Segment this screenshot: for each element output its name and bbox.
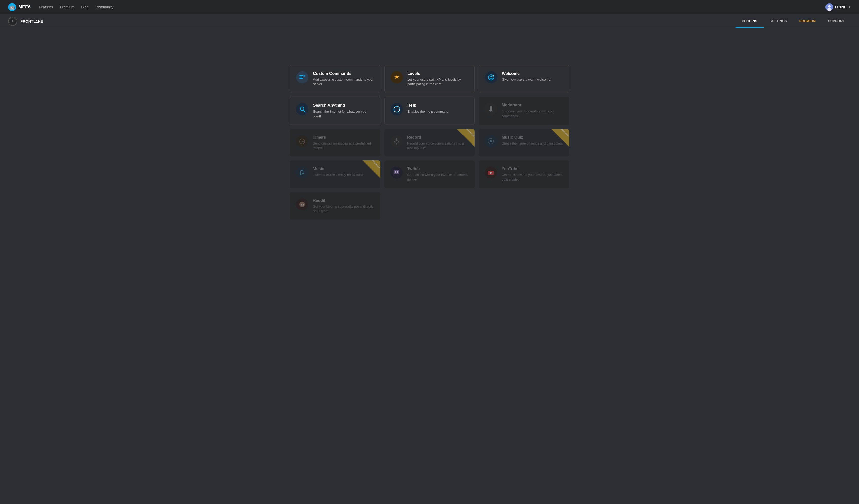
plugin-name-custom-commands: Custom Commands [313,71,374,76]
plugin-icon-music [296,167,308,179]
tab-settings[interactable]: SETTINGS [764,14,793,28]
plugin-info-twitch: Twitch Get notified when your favorite s… [407,167,469,182]
plugin-name-moderator: Moderator [501,103,563,108]
plugin-card-help[interactable]: Help Enables the !help command [384,97,475,125]
nav-link-premium[interactable]: Premium [60,5,74,9]
premium-ribbon [362,160,380,178]
plugin-desc-custom-commands: Add awesome custom commands to your serv… [313,77,374,86]
plugin-icon-youtube [485,167,497,179]
svg-point-30 [491,141,492,141]
svg-text:!: ! [304,75,305,77]
svg-rect-26 [396,138,397,141]
svg-rect-7 [299,77,302,77]
svg-rect-19 [490,107,492,110]
server-tabs: PLUGINS SETTINGS PREMIUM SUPPORT [736,14,851,28]
plugin-card-moderator[interactable]: Moderator Empower your moderators with c… [479,97,569,125]
plugin-desc-moderator: Empower your moderators with cool comman… [501,109,563,118]
plugin-icon-custom-commands: ! [296,71,308,83]
tab-plugins[interactable]: PLUGINS [736,14,763,28]
user-menu[interactable]: FL1NE ▼ [826,3,851,11]
svg-text:YO: YO [492,75,494,77]
svg-rect-20 [489,110,493,111]
plugin-card-custom-commands[interactable]: ! Custom Commands Add awesome custom com… [290,65,380,93]
plugin-name-search-anything: Search Anything [313,103,374,108]
svg-rect-33 [394,170,399,174]
plugin-card-youtube[interactable]: YouTube Get notified when your favorite … [479,160,569,188]
plugin-icon-welcome: YO [485,71,497,83]
server-icon: F [8,17,17,26]
plugin-info-welcome: Welcome Give new users a warm welcome! [502,71,563,82]
username: FL1NE [835,5,846,9]
plugin-desc-levels: Let your users gain XP and levels by par… [407,77,468,86]
svg-point-40 [303,204,304,205]
svg-point-1 [828,5,831,7]
svg-point-21 [491,111,492,112]
svg-line-16 [303,110,305,112]
plugin-name-levels: Levels [407,71,468,76]
plugin-icon-music-quiz [485,135,497,147]
plugin-info-moderator: Moderator Empower your moderators with c… [501,103,563,118]
plugin-name-reddit: Reddit [313,198,374,203]
tab-premium[interactable]: PREMIUM [793,14,822,28]
plugin-name-help: Help [407,103,468,108]
plugin-card-levels[interactable]: Levels Let your users gain XP and levels… [384,65,475,93]
plugin-card-search-anything[interactable]: Search Anything Search the Internet for … [290,97,380,125]
chevron-down-icon: ▼ [848,5,851,9]
plugin-desc-youtube: Get notified when your favorite youtuber… [501,173,563,182]
plugin-card-welcome[interactable]: YO Welcome Give new users a warm welcome… [479,65,569,93]
plugin-desc-reddit: Get your favorite subreddits posts direc… [313,204,374,214]
plugin-icon-moderator [485,103,497,115]
nav-link-community[interactable]: Community [95,5,114,9]
logo-text: MEE6 [18,4,31,10]
plugin-info-levels: Levels Let your users gain XP and levels… [407,71,468,86]
svg-point-25 [302,141,303,142]
plugin-card-music[interactable]: PREMIUM Music Listen to music directly o… [290,160,380,188]
plugin-info-help: Help Enables the !help command [407,103,468,114]
plugins-grid: ! Custom Commands Add awesome custom com… [290,65,569,220]
svg-rect-35 [397,171,398,173]
plugin-card-music-quiz[interactable]: PREMIUM Music Quiz Guess the name of son… [479,129,569,156]
plugin-info-search-anything: Search Anything Search the Internet for … [313,103,374,119]
plugin-icon-search-anything [296,103,308,115]
svg-rect-8 [299,78,303,79]
plugin-icon-record [390,135,403,147]
nav-link-blog[interactable]: Blog [81,5,88,9]
plugin-info-timers: Timers Send custom messages at a predefi… [313,135,374,150]
plugin-name-youtube: YouTube [501,167,563,171]
nav-link-features[interactable]: Features [39,5,53,9]
plugin-icon-levels [391,71,403,83]
plugin-name-twitch: Twitch [407,167,469,171]
plugin-icon-twitch [390,167,403,179]
premium-ribbon [457,129,475,147]
plugin-desc-search-anything: Search the Internet for whatever you wan… [313,109,374,119]
logo-icon: 🤖 [8,3,16,11]
svg-point-32 [302,173,304,174]
server-info: F FRONTL1NE [8,17,43,26]
svg-point-18 [394,107,400,112]
plugin-info-custom-commands: Custom Commands Add awesome custom comma… [313,71,374,86]
plugin-desc-twitch: Get notified when your favorite streamer… [407,173,469,182]
tab-support[interactable]: SUPPORT [822,14,851,28]
plugin-info-reddit: Reddit Get your favorite subreddits post… [313,198,374,214]
plugin-desc-help: Enables the !help command [407,109,468,114]
plugin-icon-reddit [296,198,308,210]
plugin-card-timers[interactable]: Timers Send custom messages at a predefi… [290,129,380,156]
plugin-icon-timers [296,135,308,147]
plugin-card-record[interactable]: PREMIUM Record Record your voice convers… [384,129,475,156]
plugin-card-twitch[interactable]: Twitch Get notified when your favorite s… [384,160,475,188]
main-content: ! Custom Commands Add awesome custom com… [0,57,859,228]
server-name: FRONTL1NE [20,19,43,23]
svg-point-39 [301,204,302,205]
plugin-card-reddit[interactable]: Reddit Get your favorite subreddits post… [290,192,380,220]
svg-rect-6 [299,75,303,76]
nav-logo[interactable]: 🤖 MEE6 [8,3,31,11]
svg-text:F: F [12,20,14,23]
server-bar: F FRONTL1NE PLUGINS SETTINGS PREMIUM SUP… [0,14,859,28]
plugin-desc-timers: Send custom messages at a predefined int… [313,141,374,150]
plugin-name-timers: Timers [313,135,374,140]
plugin-name-welcome: Welcome [502,71,563,76]
nav-links: FeaturesPremiumBlogCommunity [39,5,826,9]
plugin-desc-welcome: Give new users a warm welcome! [502,77,563,82]
navbar: 🤖 MEE6 FeaturesPremiumBlogCommunity FL1N… [0,0,859,14]
premium-ribbon [551,129,569,147]
